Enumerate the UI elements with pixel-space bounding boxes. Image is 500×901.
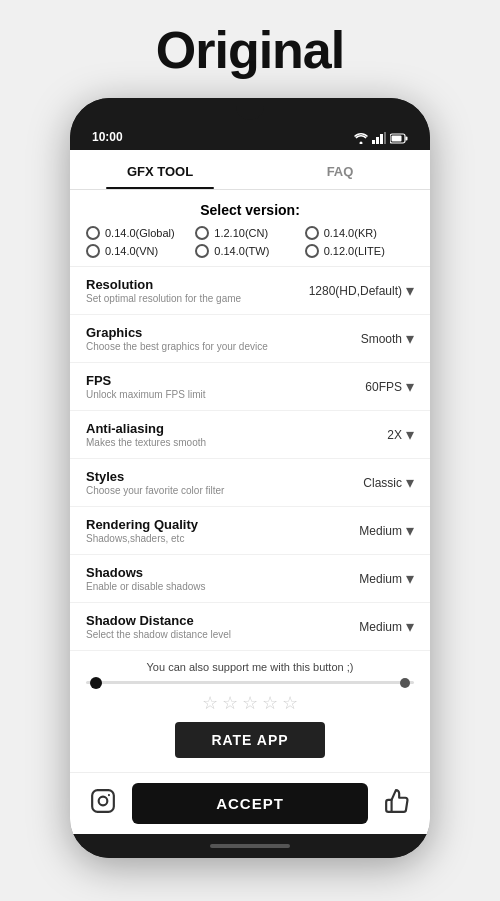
setting-row-fps[interactable]: FPS Unlock maximum FPS limit 60FPS ▾ xyxy=(70,363,430,411)
chevron-down-icon: ▾ xyxy=(406,521,414,540)
thumbsup-icon[interactable] xyxy=(384,788,410,820)
slider-thumb-left xyxy=(90,677,102,689)
radio-cn[interactable] xyxy=(195,226,209,240)
chevron-down-icon: ▾ xyxy=(406,425,414,444)
version-option-2[interactable]: 0.14.0(KR) xyxy=(305,226,414,240)
star-3[interactable]: ☆ xyxy=(242,692,258,714)
support-text: You can also support me with this button… xyxy=(86,661,414,673)
svg-rect-5 xyxy=(406,136,408,140)
support-section: You can also support me with this button… xyxy=(70,651,430,772)
setting-row-shadows[interactable]: Shadows Enable or disable shadows Medium… xyxy=(70,555,430,603)
chevron-down-icon: ▾ xyxy=(406,377,414,396)
radio-global[interactable] xyxy=(86,226,100,240)
tab-bar: GFX TOOL FAQ xyxy=(70,150,430,190)
bottom-bar: ACCEPT xyxy=(70,772,430,834)
battery-icon xyxy=(390,133,408,144)
radio-lite[interactable] xyxy=(305,244,319,258)
rate-app-button[interactable]: RATE APP xyxy=(175,722,324,758)
notch xyxy=(236,98,264,120)
radio-vn[interactable] xyxy=(86,244,100,258)
tab-faq[interactable]: FAQ xyxy=(250,150,430,189)
phone-frame: 10:00 GFX xyxy=(70,98,430,858)
chevron-down-icon: ▾ xyxy=(406,617,414,636)
phone-screen: GFX TOOL FAQ Select version: 0.14.0(Glob… xyxy=(70,150,430,834)
star-1[interactable]: ☆ xyxy=(202,692,218,714)
setting-row-graphics[interactable]: Graphics Choose the best graphics for yo… xyxy=(70,315,430,363)
setting-row-resolution[interactable]: Resolution Set optimal resolution for th… xyxy=(70,267,430,315)
home-indicator xyxy=(210,844,290,848)
star-5[interactable]: ☆ xyxy=(282,692,298,714)
status-icons xyxy=(354,132,408,144)
svg-rect-1 xyxy=(376,137,379,144)
version-section: Select version: 0.14.0(Global) 1.2.10(CN… xyxy=(70,190,430,267)
version-title: Select version: xyxy=(86,202,414,218)
version-grid: 0.14.0(Global) 1.2.10(CN) 0.14.0(KR) 0.1… xyxy=(86,226,414,258)
setting-row-antialiasing[interactable]: Anti-aliasing Makes the textures smooth … xyxy=(70,411,430,459)
version-option-4[interactable]: 0.14.0(TW) xyxy=(195,244,304,258)
svg-rect-3 xyxy=(384,132,386,144)
phone-bottom xyxy=(70,834,430,858)
svg-rect-0 xyxy=(372,140,375,144)
chevron-down-icon: ▾ xyxy=(406,281,414,300)
setting-row-rendering[interactable]: Rendering Quality Shadows,shaders, etc M… xyxy=(70,507,430,555)
version-option-0[interactable]: 0.14.0(Global) xyxy=(86,226,195,240)
radio-kr[interactable] xyxy=(305,226,319,240)
chevron-down-icon: ▾ xyxy=(406,473,414,492)
radio-tw[interactable] xyxy=(195,244,209,258)
svg-point-8 xyxy=(99,796,108,805)
setting-row-shadow-distance[interactable]: Shadow Distance Select the shadow distan… xyxy=(70,603,430,651)
status-time: 10:00 xyxy=(92,130,123,144)
chevron-down-icon: ▾ xyxy=(406,329,414,348)
accept-button[interactable]: ACCEPT xyxy=(132,783,368,824)
chevron-down-icon: ▾ xyxy=(406,569,414,588)
slider-thumb-right xyxy=(400,678,410,688)
stars-row: ☆ ☆ ☆ ☆ ☆ xyxy=(86,692,414,714)
instagram-icon[interactable] xyxy=(90,788,116,820)
star-4[interactable]: ☆ xyxy=(262,692,278,714)
svg-rect-6 xyxy=(392,135,402,141)
tab-gfx-tool[interactable]: GFX TOOL xyxy=(70,150,250,189)
signal-icon xyxy=(372,132,386,144)
svg-rect-2 xyxy=(380,134,383,144)
version-option-3[interactable]: 0.14.0(VN) xyxy=(86,244,195,258)
svg-point-9 xyxy=(108,793,110,795)
version-option-5[interactable]: 0.12.0(LITE) xyxy=(305,244,414,258)
page-title: Original xyxy=(156,20,344,80)
wifi-icon xyxy=(354,132,368,144)
slider-track[interactable] xyxy=(86,681,414,684)
setting-row-styles[interactable]: Styles Choose your favorite color filter… xyxy=(70,459,430,507)
status-bar: 10:00 xyxy=(70,98,430,150)
settings-list: Resolution Set optimal resolution for th… xyxy=(70,267,430,651)
version-option-1[interactable]: 1.2.10(CN) xyxy=(195,226,304,240)
svg-rect-7 xyxy=(92,790,114,812)
star-2[interactable]: ☆ xyxy=(222,692,238,714)
